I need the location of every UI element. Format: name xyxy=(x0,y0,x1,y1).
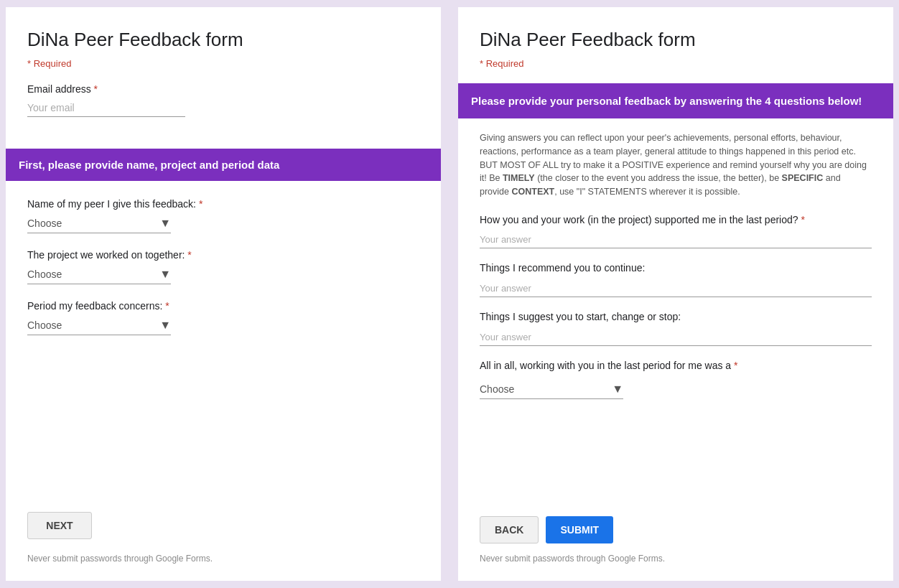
submit-button[interactable]: SUBMIT xyxy=(546,516,613,543)
peer-name-choose: Choose xyxy=(27,218,159,229)
q4-dropdown[interactable]: Choose ▼ xyxy=(480,380,623,399)
period-label: Period my feedback concerns: * xyxy=(27,300,419,312)
q1-input[interactable] xyxy=(480,231,872,248)
email-field-group: Email address * xyxy=(27,83,419,117)
left-never-submit: Never submit passwords through Google Fo… xyxy=(27,554,419,564)
panel-divider xyxy=(447,7,452,581)
email-input[interactable] xyxy=(27,99,185,117)
q3-label: Things I suggest you to start, change or… xyxy=(480,310,872,325)
q4-choose: Choose xyxy=(480,383,612,395)
left-required-note: * Required xyxy=(27,58,419,69)
right-required-note: * Required xyxy=(480,58,872,69)
q4-label: All in all, working with you in the last… xyxy=(480,359,872,373)
right-panel: DiNa Peer Feedback form * Required Pleas… xyxy=(458,7,893,581)
next-button[interactable]: NEXT xyxy=(27,512,92,539)
right-title: DiNa Peer Feedback form xyxy=(480,29,872,51)
peer-name-dropdown[interactable]: Choose ▼ xyxy=(27,214,171,233)
q4-arrow-icon: ▼ xyxy=(612,383,623,396)
left-panel: DiNa Peer Feedback form * Required Email… xyxy=(6,7,441,581)
q2-input[interactable] xyxy=(480,280,872,297)
project-choose: Choose xyxy=(27,269,159,280)
project-label: The project we worked on together: * xyxy=(27,249,419,261)
right-never-submit: Never submit passwords through Google Fo… xyxy=(480,554,872,564)
period-group: Period my feedback concerns: * Choose ▼ xyxy=(27,300,419,335)
back-button[interactable]: BACK xyxy=(480,516,539,543)
right-description: Giving answers you can reflect upon your… xyxy=(480,131,872,199)
peer-name-label: Name of my peer I give this feedback: * xyxy=(27,198,419,210)
left-section-banner: First, please provide name, project and … xyxy=(6,149,441,181)
period-choose: Choose xyxy=(27,319,159,331)
q1-label: How you and your work (in the project) s… xyxy=(480,213,872,228)
bottom-buttons: BACK SUBMIT xyxy=(480,516,872,543)
left-title: DiNa Peer Feedback form xyxy=(27,29,419,51)
period-arrow-icon: ▼ xyxy=(159,319,171,332)
project-dropdown[interactable]: Choose ▼ xyxy=(27,265,171,284)
q2-label: Things I recommend you to continue: xyxy=(480,261,872,276)
peer-name-group: Name of my peer I give this feedback: * … xyxy=(27,198,419,233)
project-arrow-icon: ▼ xyxy=(159,268,171,281)
period-dropdown[interactable]: Choose ▼ xyxy=(27,316,171,335)
q3-input[interactable] xyxy=(480,329,872,346)
page-wrapper: DiNa Peer Feedback form * Required Email… xyxy=(0,0,899,588)
right-section-banner: Please provide your personal feedback by… xyxy=(458,83,893,118)
peer-name-arrow-icon: ▼ xyxy=(159,217,171,230)
project-group: The project we worked on together: * Cho… xyxy=(27,249,419,284)
email-label: Email address * xyxy=(27,83,419,95)
